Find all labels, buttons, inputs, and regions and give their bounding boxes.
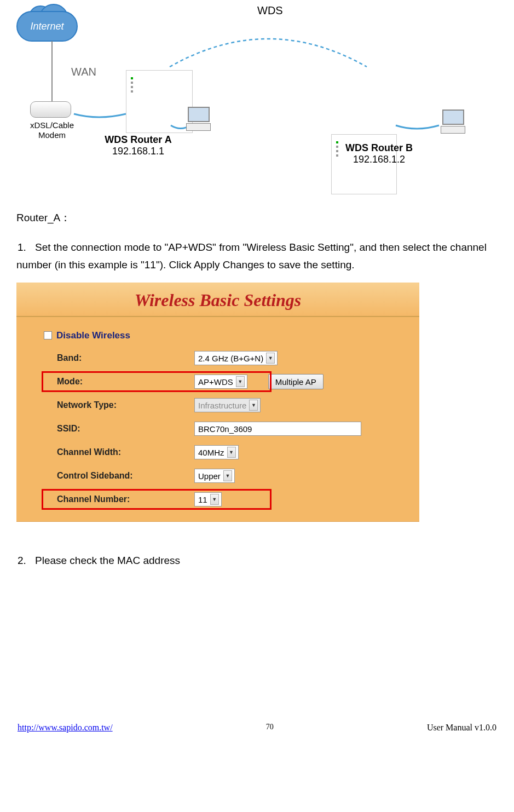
dropdown-icon: ▼ (227, 447, 236, 458)
channel-number-row: Channel Number: 11 ▼ (44, 488, 392, 511)
control-sideband-label: Control Sideband: (44, 471, 194, 481)
wireless-settings-panel: Wireless Basic Settings Disable Wireless… (16, 283, 419, 522)
dropdown-icon: ▼ (249, 400, 258, 411)
dropdown-icon: ▼ (210, 494, 219, 505)
disable-wireless-row: Disable Wireless (44, 325, 392, 347)
network-type-label: Network Type: (44, 400, 194, 410)
modem-icon (30, 101, 71, 118)
mode-row: Mode: AP+WDS ▼ Multiple AP (44, 370, 392, 394)
step-2-num: 2. (18, 552, 35, 569)
wds-arc-line (164, 22, 372, 71)
panel-title: Wireless Basic Settings (16, 283, 419, 317)
network-type-select: Infrastructure ▼ (194, 398, 261, 412)
router-b-label: WDS Router B 192.168.1.2 (331, 142, 427, 165)
step-1: 1.Set the connection mode to "AP+WDS" fr… (16, 239, 498, 274)
ssid-input[interactable]: BRC70n_3609 (194, 422, 361, 436)
network-diagram: WDS Internet WAN xDSL/CableModem WDS Rou… (16, 0, 498, 181)
internet-label: Internet (30, 21, 63, 32)
channel-number-label: Channel Number: (44, 494, 194, 504)
step-1-num: 1. (18, 239, 35, 256)
step-2-text: Please check the MAC address (35, 555, 180, 566)
disable-wireless-label: Disable Wireless (56, 330, 130, 341)
footer-url-link[interactable]: http://www.sapido.com.tw/ (18, 723, 113, 733)
channel-width-label: Channel Width: (44, 447, 194, 457)
band-row: Band: 2.4 GHz (B+G+N) ▼ (44, 347, 392, 370)
control-sideband-select[interactable]: Upper ▼ (194, 469, 235, 483)
channel-width-select[interactable]: 40MHz ▼ (194, 445, 239, 459)
page-number: 70 (266, 723, 274, 733)
mode-label: Mode: (44, 377, 194, 387)
section-header: Router_A： (16, 211, 498, 225)
control-sideband-row: Control Sideband: Upper ▼ (44, 464, 392, 488)
page-footer: http://www.sapido.com.tw/ 70 User Manual… (16, 723, 498, 745)
router-a-label: WDS Router A 192.168.1.1 (90, 134, 186, 157)
modem-router-cable (71, 107, 129, 123)
wds-label: WDS (257, 4, 283, 17)
manual-version: User Manual v1.0.0 (427, 723, 496, 733)
dropdown-icon: ▼ (266, 353, 275, 364)
multiple-ap-button[interactable]: Multiple AP (268, 374, 324, 389)
band-label: Band: (44, 353, 194, 363)
channel-number-select[interactable]: 11 ▼ (194, 492, 222, 506)
dropdown-icon: ▼ (223, 470, 232, 481)
ssid-label: SSID: (44, 424, 194, 434)
disable-wireless-checkbox[interactable] (44, 331, 52, 339)
ssid-row: SSID: BRC70n_3609 (44, 417, 392, 441)
network-type-row: Network Type: Infrastructure ▼ (44, 394, 392, 417)
mode-select[interactable]: AP+WDS ▼ (194, 375, 247, 389)
band-select[interactable]: 2.4 GHz (B+G+N) ▼ (194, 351, 278, 365)
router-b-pc-cable (394, 118, 441, 134)
step-2: 2.Please check the MAC address (16, 552, 498, 569)
step-1-text: Set the connection mode to "AP+WDS" from… (16, 241, 487, 270)
dropdown-icon: ▼ (236, 376, 245, 387)
modem-label: xDSL/CableModem (25, 120, 79, 140)
computer-a-icon (183, 107, 213, 134)
computer-b-icon (438, 110, 468, 137)
wan-label: WAN (71, 66, 96, 78)
channel-width-row: Channel Width: 40MHz ▼ (44, 441, 392, 464)
